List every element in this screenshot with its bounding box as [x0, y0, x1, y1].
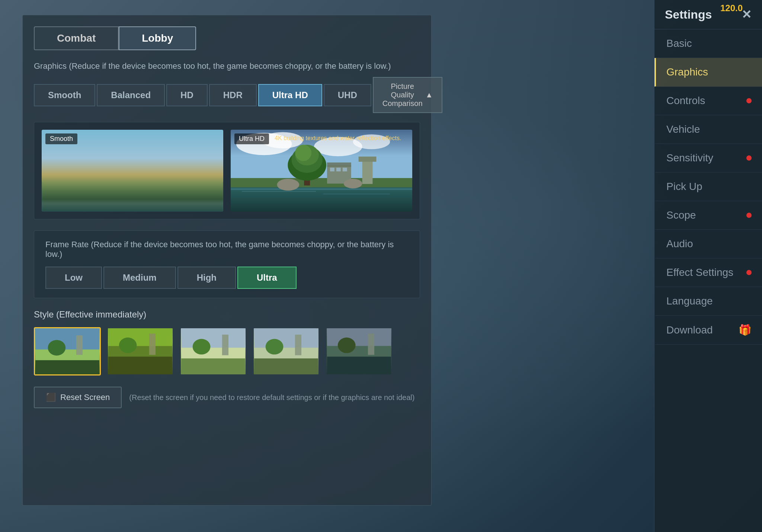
- comparison-area: Smooth: [34, 122, 420, 219]
- style-label: Style (Effective immediately): [34, 309, 420, 320]
- sidebar-item-label: Sensitivity: [666, 152, 713, 164]
- red-dot-controls: [746, 98, 752, 103]
- style-thumb-scene-5: [327, 328, 391, 374]
- quality-bar: Smooth Balanced HD HDR Ultra HD UHD Pict…: [34, 77, 420, 113]
- sidebar-item-effect-settings[interactable]: Effect Settings: [654, 258, 762, 287]
- fr-ultra[interactable]: Ultra: [237, 267, 297, 289]
- svg-point-51: [193, 339, 211, 355]
- svg-rect-49: [181, 358, 245, 374]
- svg-rect-9: [172, 161, 183, 187]
- svg-rect-45: [149, 333, 156, 355]
- style-thumb-scene-3: [181, 328, 246, 374]
- sidebar-item-label: Scope: [666, 209, 696, 221]
- sidebar-item-graphics[interactable]: Graphics: [654, 58, 762, 87]
- fr-high[interactable]: High: [177, 267, 236, 289]
- svg-point-27: [295, 145, 311, 161]
- sidebar-item-language[interactable]: Language: [654, 287, 762, 316]
- red-dot-scope: [746, 213, 752, 218]
- sidebar-item-label: Pick Up: [666, 181, 702, 193]
- svg-rect-58: [327, 346, 391, 358]
- picture-quality-comparison-button[interactable]: Picture Quality Comparison ▲: [373, 77, 443, 113]
- fr-medium[interactable]: Medium: [103, 267, 176, 289]
- sidebar-item-vehicle[interactable]: Vehicle: [654, 115, 762, 144]
- style-thumb-3[interactable]: [180, 327, 247, 375]
- quality-hdr[interactable]: HDR: [209, 84, 257, 106]
- style-thumb-scene-2: [108, 328, 173, 374]
- style-thumb-1[interactable]: [34, 327, 101, 375]
- main-panel: Combat Lobby Graphics (Reduce if the dev…: [22, 15, 432, 506]
- red-dot-sensitivity: [746, 155, 752, 161]
- reset-label: Reset Screen: [60, 393, 110, 402]
- quality-smooth[interactable]: Smooth: [34, 84, 95, 106]
- svg-rect-30: [330, 168, 334, 171]
- reset-screen-button[interactable]: ⬛ Reset Screen: [34, 387, 122, 408]
- svg-rect-7: [99, 150, 136, 173]
- sidebar-header: Settings ✕: [654, 0, 762, 29]
- svg-rect-52: [254, 328, 318, 348]
- sidebar-item-label: Effect Settings: [666, 267, 733, 278]
- svg-rect-60: [368, 333, 374, 355]
- quality-hd[interactable]: HD: [166, 84, 208, 106]
- quality-balanced[interactable]: Balanced: [97, 84, 165, 106]
- svg-rect-40: [76, 335, 83, 355]
- svg-rect-19: [231, 187, 412, 212]
- svg-point-2: [127, 138, 179, 159]
- style-thumb-5[interactable]: [326, 327, 393, 375]
- sidebar-item-label: Controls: [666, 95, 705, 107]
- svg-point-41: [48, 340, 66, 355]
- frame-rate-description: Frame Rate (Reduce if the device becomes…: [45, 240, 409, 259]
- svg-rect-44: [108, 357, 172, 374]
- sidebar-item-label: Language: [666, 295, 713, 307]
- style-thumb-scene-4: [254, 328, 318, 374]
- tab-combat[interactable]: Combat: [34, 26, 119, 50]
- svg-rect-47: [181, 328, 245, 348]
- svg-rect-31: [336, 168, 341, 171]
- sidebar-item-download[interactable]: Download 🎁: [654, 316, 762, 345]
- gold-count: 120.0: [720, 3, 743, 13]
- comparison-left: Smooth: [42, 130, 223, 212]
- style-thumb-4[interactable]: [253, 327, 320, 375]
- svg-rect-4: [42, 182, 223, 212]
- sidebar-item-audio[interactable]: Audio: [654, 230, 762, 258]
- svg-point-36: [344, 179, 362, 188]
- svg-rect-57: [327, 328, 391, 346]
- sidebar-item-label: Vehicle: [666, 123, 700, 135]
- sidebar: Settings ✕ 120.0 Basic Graphics Controls…: [654, 0, 762, 532]
- fr-low[interactable]: Low: [45, 267, 102, 289]
- sidebar-title: Settings: [665, 8, 712, 22]
- svg-rect-20: [231, 188, 412, 190]
- svg-rect-32: [343, 168, 347, 171]
- monitor-icon: ⬛: [46, 393, 56, 402]
- svg-rect-42: [108, 328, 172, 346]
- graphics-section: Graphics (Reduce if the device becomes t…: [34, 61, 420, 219]
- svg-rect-11: [134, 167, 157, 187]
- sidebar-item-sensitivity[interactable]: Sensitivity: [654, 144, 762, 173]
- pqc-label: Picture Quality Comparison: [382, 82, 423, 108]
- sidebar-item-basic[interactable]: Basic: [654, 29, 762, 58]
- tab-lobby[interactable]: Lobby: [119, 26, 196, 50]
- close-button[interactable]: ✕: [742, 7, 752, 22]
- comparison-right: Ultra HD 4K building textures and water …: [231, 130, 412, 212]
- svg-rect-34: [359, 157, 377, 162]
- svg-rect-50: [222, 335, 228, 355]
- svg-point-35: [277, 179, 299, 191]
- quality-uhd[interactable]: UHD: [324, 84, 371, 106]
- quality-ultrahd[interactable]: Ultra HD: [258, 84, 322, 106]
- sidebar-item-pickup[interactable]: Pick Up: [654, 173, 762, 201]
- svg-rect-22: [323, 194, 390, 194]
- svg-point-61: [338, 338, 356, 353]
- style-thumb-scene-1: [35, 328, 100, 374]
- sidebar-item-controls[interactable]: Controls: [654, 87, 762, 115]
- frame-rate-section: Frame Rate (Reduce if the device becomes…: [34, 230, 420, 298]
- graphics-description: Graphics (Reduce if the device becomes t…: [34, 61, 420, 71]
- svg-rect-29: [327, 162, 351, 167]
- style-section: Style (Effective immediately): [34, 309, 420, 408]
- sidebar-item-label: Download: [666, 324, 713, 336]
- svg-rect-54: [254, 358, 318, 374]
- style-thumb-2[interactable]: [107, 327, 174, 375]
- sidebar-item-scope[interactable]: Scope: [654, 201, 762, 230]
- tab-bar: Combat Lobby: [34, 26, 420, 50]
- svg-rect-33: [362, 159, 373, 184]
- svg-rect-59: [327, 357, 391, 374]
- comparison-right-desc: 4K building textures and water reflectio…: [272, 133, 404, 143]
